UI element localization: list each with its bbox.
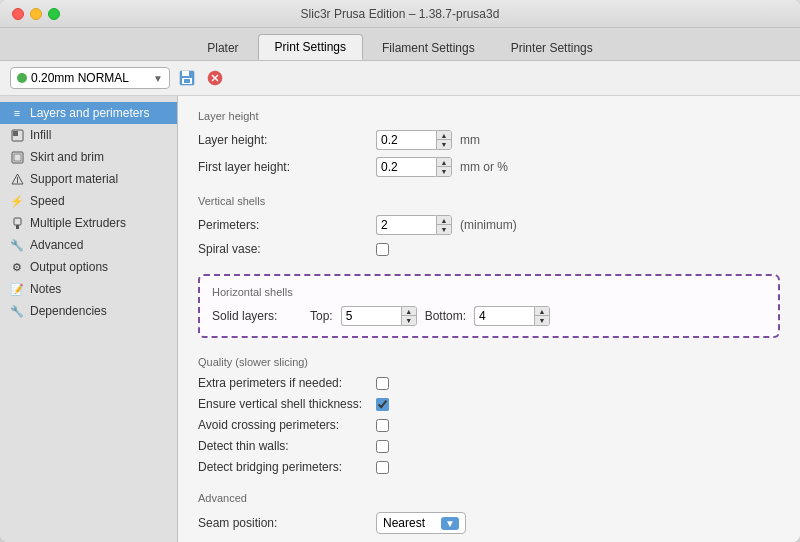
tab-filament-settings[interactable]: Filament Settings [365, 35, 492, 60]
sidebar-item-dependencies[interactable]: 🔧 Dependencies [0, 300, 177, 322]
profile-name: 0.20mm NORMAL [31, 71, 129, 85]
advanced-section: Advanced Seam position: Nearest ▼ Extern… [198, 492, 780, 542]
avoid-crossing-row: Avoid crossing perimeters: [198, 418, 780, 432]
avoid-crossing-checkbox[interactable] [376, 419, 389, 432]
top-label: Top: [310, 309, 333, 323]
spiral-vase-row: Spiral vase: [198, 242, 780, 256]
layer-height-section: Layer height Layer height: 0.2 ▲ ▼ mm [198, 110, 780, 177]
first-layer-height-input-group: ▲ ▼ [376, 157, 452, 177]
first-layer-height-down[interactable]: ▼ [437, 167, 451, 176]
svg-rect-10 [14, 154, 21, 161]
sidebar-item-label: Skirt and brim [30, 150, 104, 164]
layer-height-up[interactable]: ▲ [437, 131, 451, 140]
svg-rect-14 [16, 225, 19, 229]
quality-section: Quality (slower slicing) Extra perimeter… [198, 356, 780, 474]
speed-icon: ⚡ [10, 194, 24, 208]
profile-select[interactable]: 0.20mm NORMAL ▼ [10, 67, 170, 89]
sidebar-item-support[interactable]: Support material [0, 168, 177, 190]
maximize-button[interactable] [48, 8, 60, 20]
layer-height-unit: mm [460, 133, 480, 147]
ensure-vertical-label: Ensure vertical shell thickness: [198, 397, 368, 411]
bottom-layers-spinner[interactable]: ▲ ▼ [534, 306, 550, 326]
tab-printer-settings[interactable]: Printer Settings [494, 35, 610, 60]
sidebar-item-label: Multiple Extruders [30, 216, 126, 230]
bottom-layers-down[interactable]: ▼ [535, 316, 549, 325]
chevron-down-icon: ▼ [153, 73, 163, 84]
tab-print-settings[interactable]: Print Settings [258, 34, 363, 60]
perimeters-up[interactable]: ▲ [437, 216, 451, 225]
svg-rect-1 [182, 71, 189, 76]
delete-button[interactable] [204, 67, 226, 89]
svg-rect-8 [13, 131, 18, 136]
sidebar-item-label: Speed [30, 194, 65, 208]
first-layer-height-unit: mm or % [460, 160, 508, 174]
first-layer-height-up[interactable]: ▲ [437, 158, 451, 167]
spiral-vase-checkbox[interactable] [376, 243, 389, 256]
main-panel: Layer height Layer height: 0.2 ▲ ▼ mm [178, 96, 800, 542]
extra-perimeters-row: Extra perimeters if needed: [198, 376, 780, 390]
bottom-label: Bottom: [425, 309, 466, 323]
sidebar-item-notes[interactable]: 📝 Notes [0, 278, 177, 300]
perimeters-unit: (minimum) [460, 218, 517, 232]
notes-icon: 📝 [10, 282, 24, 296]
horizontal-shells-section: Horizontal shells Solid layers: Top: ▲ ▼ [198, 274, 780, 338]
seam-position-dropdown[interactable]: Nearest ▼ [376, 512, 466, 534]
infill-icon [10, 128, 24, 142]
sidebar-item-label: Advanced [30, 238, 83, 252]
quality-title: Quality (slower slicing) [198, 356, 780, 368]
top-bar: 0.20mm NORMAL ▼ [0, 61, 800, 96]
save-button[interactable] [176, 67, 198, 89]
sidebar-item-skirt[interactable]: Skirt and brim [0, 146, 177, 168]
sidebar-item-advanced[interactable]: 🔧 Advanced [0, 234, 177, 256]
sidebar-item-label: Infill [30, 128, 51, 142]
solid-layers-label: Solid layers: [212, 309, 302, 323]
dependencies-icon: 🔧 [10, 304, 24, 318]
perimeters-input[interactable] [376, 215, 436, 235]
svg-rect-13 [14, 218, 21, 225]
layer-height-input[interactable]: 0.2 [376, 130, 436, 150]
layer-height-down[interactable]: ▼ [437, 140, 451, 149]
traffic-lights [12, 8, 60, 20]
title-bar: Slic3r Prusa Edition – 1.38.7-prusa3d [0, 0, 800, 28]
first-layer-height-input[interactable] [376, 157, 436, 177]
top-input-group: ▲ ▼ [341, 306, 417, 326]
profile-dot [17, 73, 27, 83]
content-area: 0.20mm NORMAL ▼ [0, 61, 800, 542]
top-layers-down[interactable]: ▼ [402, 316, 416, 325]
extra-perimeters-checkbox[interactable] [376, 377, 389, 390]
sidebar-item-label: Notes [30, 282, 61, 296]
detect-thin-checkbox[interactable] [376, 440, 389, 453]
layer-height-title: Layer height [198, 110, 780, 122]
extruders-icon [10, 216, 24, 230]
window-title: Slic3r Prusa Edition – 1.38.7-prusa3d [301, 7, 500, 21]
top-layers-input[interactable] [341, 306, 401, 326]
dropdown-arrow: ▼ [441, 517, 459, 530]
minimize-button[interactable] [30, 8, 42, 20]
output-icon: ⚙ [10, 260, 24, 274]
layer-height-spinner[interactable]: ▲ ▼ [436, 130, 452, 150]
svg-rect-3 [184, 79, 190, 83]
bottom-layers-up[interactable]: ▲ [535, 307, 549, 316]
close-button[interactable] [12, 8, 24, 20]
tab-bar: Plater Print Settings Filament Settings … [0, 28, 800, 61]
sidebar-item-output[interactable]: ⚙ Output options [0, 256, 177, 278]
top-layers-spinner[interactable]: ▲ ▼ [401, 306, 417, 326]
perimeters-spinner[interactable]: ▲ ▼ [436, 215, 452, 235]
bottom-layers-input[interactable] [474, 306, 534, 326]
tab-plater[interactable]: Plater [190, 35, 255, 60]
ensure-vertical-checkbox[interactable] [376, 398, 389, 411]
sidebar-item-infill[interactable]: Infill [0, 124, 177, 146]
sidebar-item-layers[interactable]: ≡ Layers and perimeters [0, 102, 177, 124]
detect-bridging-checkbox[interactable] [376, 461, 389, 474]
spiral-vase-label: Spiral vase: [198, 242, 368, 256]
detect-bridging-row: Detect bridging perimeters: [198, 460, 780, 474]
top-layers-up[interactable]: ▲ [402, 307, 416, 316]
sidebar-item-speed[interactable]: ⚡ Speed [0, 190, 177, 212]
delete-icon [207, 70, 223, 86]
perimeters-row: Perimeters: ▲ ▼ (minimum) [198, 215, 780, 235]
first-layer-height-spinner[interactable]: ▲ ▼ [436, 157, 452, 177]
advanced-title: Advanced [198, 492, 780, 504]
sidebar-item-extruders[interactable]: Multiple Extruders [0, 212, 177, 234]
perimeters-down[interactable]: ▼ [437, 225, 451, 234]
seam-position-row: Seam position: Nearest ▼ [198, 512, 780, 534]
